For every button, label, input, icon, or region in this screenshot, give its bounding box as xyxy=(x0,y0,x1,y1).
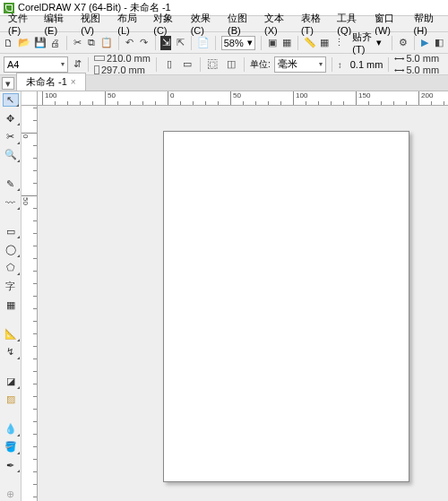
document-tabs: ▾ 未命名 -1 × xyxy=(0,75,448,91)
zoom-level[interactable]: 58%▾ xyxy=(221,36,256,50)
menu-edit[interactable]: 编辑(E) xyxy=(39,11,74,37)
transparency-icon[interactable]: ▨ xyxy=(3,393,19,406)
guides-toggle-icon[interactable]: ⋮ xyxy=(333,36,344,50)
pick-tool-icon[interactable]: ↖ xyxy=(3,93,19,107)
options-icon[interactable]: ⚙ xyxy=(398,36,409,50)
nudge-distance[interactable]: 0.1 mm xyxy=(338,59,383,70)
print-icon[interactable]: 🖨 xyxy=(50,36,61,50)
drawing-area[interactable] xyxy=(38,106,448,501)
polygon-tool-icon[interactable]: ⬠ xyxy=(3,262,19,274)
app-window-icon[interactable]: ◧ xyxy=(434,36,444,50)
freehand-tool-icon[interactable]: ✎ xyxy=(3,177,19,190)
menu-object[interactable]: 对象(C) xyxy=(149,11,184,37)
portrait-icon[interactable]: ▯ xyxy=(162,57,177,72)
paper-size-dropdown[interactable]: A4▾ xyxy=(4,56,68,73)
copy-icon[interactable]: ⧉ xyxy=(86,36,97,50)
fullscreen-icon[interactable]: ▣ xyxy=(267,36,278,50)
menu-layout[interactable]: 布局(L) xyxy=(113,11,147,37)
cut-icon[interactable]: ✂ xyxy=(72,36,82,50)
menu-text[interactable]: 文本(X) xyxy=(260,11,295,37)
fill-tool-icon[interactable]: 🪣 xyxy=(3,441,19,453)
launch-icon[interactable]: ▶ xyxy=(419,36,430,50)
menu-bitmap[interactable]: 位图(B) xyxy=(223,11,258,37)
redo-icon[interactable]: ↷ xyxy=(139,36,150,50)
eyedropper-icon[interactable]: 💧 xyxy=(3,422,19,435)
unit-dropdown[interactable]: 毫米▾ xyxy=(274,56,326,73)
save-icon[interactable]: 💾 xyxy=(34,36,47,50)
toolbox: ↖ ✥ ✂ 🔍 ✎ 〰 ▭ ◯ ⬠ 字 ▦ 📐 ↯ ◪ ▨ 💧 🪣 ✒ ⊕ xyxy=(0,91,22,501)
current-page-icon[interactable]: ◫ xyxy=(224,57,238,72)
document-tab[interactable]: 未命名 -1 × xyxy=(16,73,86,91)
all-pages-icon[interactable]: ⿴ xyxy=(206,57,220,72)
landscape-icon[interactable]: ▭ xyxy=(180,57,194,72)
table-tool-icon[interactable]: ▦ xyxy=(3,298,19,311)
menu-view[interactable]: 视图(V) xyxy=(76,11,111,37)
crop-tool-icon[interactable]: ✂ xyxy=(3,130,19,143)
menu-file[interactable]: 文件(F) xyxy=(4,11,38,37)
grid-toggle-icon[interactable]: ▦ xyxy=(320,36,331,50)
connector-tool-icon[interactable]: ↯ xyxy=(3,346,19,358)
snap-dropdown[interactable]: 贴齐(T)▾ xyxy=(348,35,386,51)
paper-stepper-icon[interactable]: ⇵ xyxy=(72,57,82,72)
close-tab-icon[interactable]: × xyxy=(71,77,76,87)
menu-bar: 文件(F) 编辑(E) 视图(V) 布局(L) 对象(C) 效果(C) 位图(B… xyxy=(0,16,448,32)
menu-effect[interactable]: 效果(C) xyxy=(186,11,221,37)
artistic-media-icon[interactable]: 〰 xyxy=(3,195,19,208)
ellipse-tool-icon[interactable]: ◯ xyxy=(3,243,19,255)
tab-label: 未命名 -1 xyxy=(26,75,67,89)
zoom-tool-icon[interactable]: 🔍 xyxy=(3,149,19,161)
undo-icon[interactable]: ↶ xyxy=(125,36,135,50)
ruler-toggle-icon[interactable]: 📏 xyxy=(304,36,316,50)
page-dimensions[interactable]: 210.0 mm 297.0 mm xyxy=(94,53,151,75)
export-icon[interactable]: ⇱ xyxy=(175,36,185,50)
open-icon[interactable]: 📂 xyxy=(18,36,30,50)
show-rulers-icon[interactable]: ▦ xyxy=(281,36,292,50)
menu-help[interactable]: 帮助(H) xyxy=(409,11,444,37)
tab-list-icon[interactable]: ▾ xyxy=(2,77,14,90)
rectangle-tool-icon[interactable]: ▭ xyxy=(3,225,19,238)
vertical-ruler[interactable]: 0 50 xyxy=(22,106,38,501)
unit-label: 单位: xyxy=(250,58,271,71)
publish-icon[interactable]: 📄 xyxy=(197,36,210,50)
menu-window[interactable]: 窗口(W) xyxy=(370,11,407,37)
new-icon[interactable]: 🗋 xyxy=(4,36,14,50)
expand-toolbox-icon[interactable]: ⊕ xyxy=(3,488,19,501)
duplicate-distance[interactable]: ⟷5.0 mm ⟷5.0 mm xyxy=(394,53,439,75)
shape-tool-icon[interactable]: ✥ xyxy=(3,112,19,125)
paste-icon[interactable]: 📋 xyxy=(100,36,113,50)
page-canvas[interactable] xyxy=(163,131,409,482)
drop-shadow-icon[interactable]: ◪ xyxy=(3,375,19,387)
horizontal-ruler[interactable]: 100 50 0 50 100 150 200 xyxy=(38,91,448,106)
import-icon[interactable]: ⇲ xyxy=(160,36,171,50)
menu-table[interactable]: 表格(T) xyxy=(297,11,331,37)
app-icon xyxy=(4,3,14,13)
dimension-tool-icon[interactable]: 📐 xyxy=(3,328,19,341)
text-tool-icon[interactable]: 字 xyxy=(3,280,19,293)
ruler-origin[interactable] xyxy=(22,91,38,106)
outline-tool-icon[interactable]: ✒ xyxy=(3,459,19,471)
